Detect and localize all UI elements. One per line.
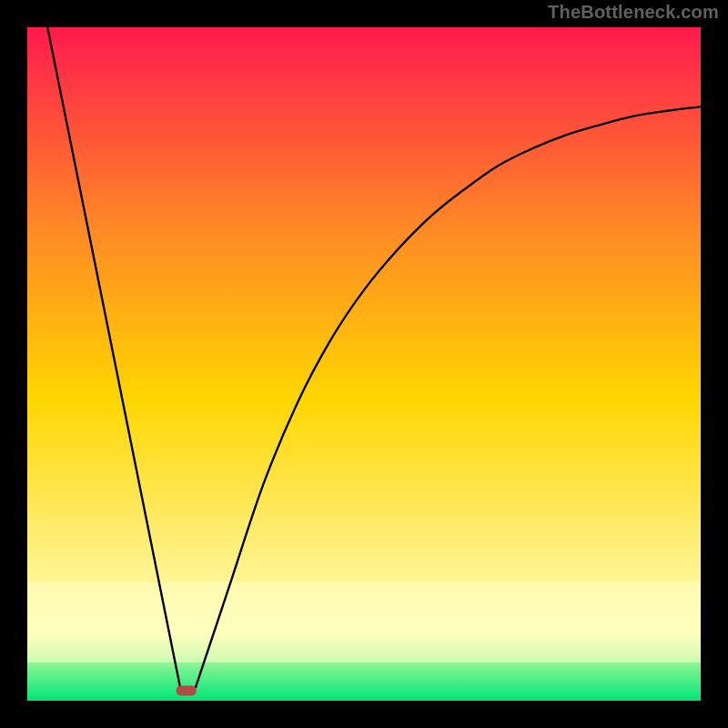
pale-band (27, 582, 701, 662)
watermark-label: TheBottleneck.com (548, 2, 719, 23)
chart-svg (27, 27, 701, 701)
plot-area (27, 27, 701, 701)
minimum-marker (177, 685, 197, 695)
chart-frame: TheBottleneck.com (0, 0, 728, 728)
